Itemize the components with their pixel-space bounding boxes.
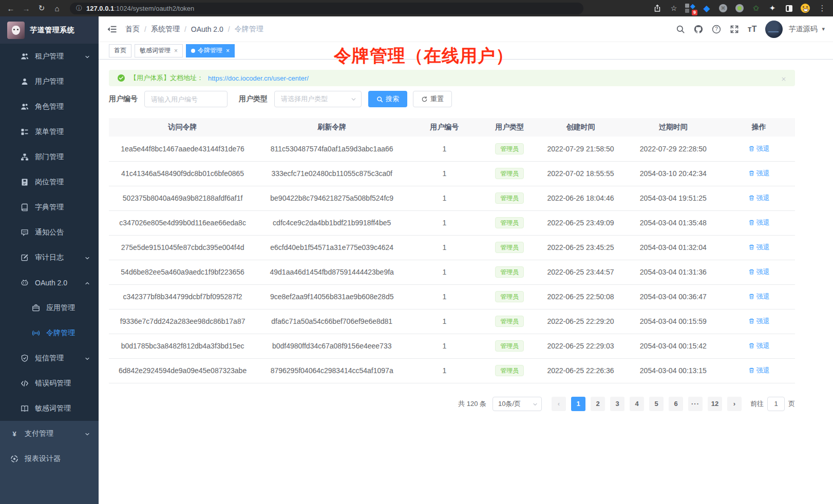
user-id-cell: 1: [407, 186, 481, 210]
emoji-avatar[interactable]: [800, 3, 810, 13]
page-size-select[interactable]: 10条/页: [493, 397, 542, 411]
font-size-icon[interactable]: тT: [748, 25, 757, 34]
sidebar-item-sensitive[interactable]: 敏感词管理: [0, 396, 99, 421]
tab-home[interactable]: 首页: [109, 44, 131, 57]
expire-time-cell: 2054-03-04 00:15:42: [623, 334, 723, 358]
force-logout-button[interactable]: 强退: [748, 366, 770, 375]
column-header: 刷新令牌: [256, 118, 407, 137]
force-logout-button[interactable]: 强退: [748, 317, 770, 326]
extensions-icon[interactable]: ◆ 9: [685, 3, 695, 13]
page-button-3[interactable]: 3: [610, 397, 624, 411]
created-time-cell: 2022-06-26 18:04:46: [538, 186, 623, 210]
force-logout-button[interactable]: 强退: [748, 144, 770, 153]
page-button-4[interactable]: 4: [630, 397, 644, 411]
tab-sensitive[interactable]: 敏感词管理×: [135, 44, 183, 57]
breadcrumb-system[interactable]: 系统管理: [151, 25, 180, 34]
sidebar-item-dept[interactable]: 部门管理: [0, 144, 99, 169]
force-logout-button[interactable]: 强退: [748, 292, 770, 301]
help-icon[interactable]: ?: [712, 25, 721, 34]
report-icon: [10, 455, 18, 463]
user-avatar[interactable]: [765, 21, 783, 38]
sidebar-item-sms[interactable]: 短信管理: [0, 345, 99, 371]
fullscreen-icon[interactable]: [730, 25, 739, 34]
share-icon[interactable]: [652, 3, 662, 13]
sidebar-menu: 租户管理用户管理角色管理菜单管理部门管理岗位管理字典管理通知公告审计日志OAut…: [0, 44, 99, 504]
github-icon[interactable]: [694, 25, 703, 34]
browser-forward-icon[interactable]: →: [21, 4, 32, 13]
next-page-button[interactable]: ›: [727, 397, 742, 411]
people-icon: [21, 52, 29, 61]
reset-button[interactable]: 重置: [413, 91, 452, 107]
briefcase-icon: [32, 304, 40, 312]
sidebar-item-oauth2-token[interactable]: 令牌管理: [0, 320, 99, 345]
tab-close-icon[interactable]: ×: [174, 47, 178, 54]
split-screen-icon[interactable]: [784, 3, 794, 13]
record-extension-icon[interactable]: [734, 3, 745, 13]
user-type-select[interactable]: 请选择用户类型: [274, 91, 362, 107]
table-body: 1ea5e44f8bc1467aaede43144f31de76811c5304…: [109, 137, 795, 383]
bookmark-star-icon[interactable]: ☆: [669, 3, 679, 13]
site-info-icon[interactable]: ⓘ: [76, 4, 82, 13]
tab-label: 敏感词管理: [140, 46, 171, 55]
sidebar-item-audit-log[interactable]: 审计日志: [0, 245, 99, 270]
username[interactable]: 芋道源码: [788, 25, 817, 34]
sidebar-item-pay[interactable]: ¥支付管理: [0, 421, 99, 446]
sidebar-item-tenant[interactable]: 租户管理: [0, 44, 99, 69]
user-type-cell: 管理员: [481, 284, 538, 309]
search-icon[interactable]: [676, 25, 685, 34]
browser-reload-icon[interactable]: ↻: [36, 4, 47, 13]
access-token-cell: b0d1785bc3a8482f812db4a3f3bd15ec: [109, 334, 256, 358]
goto-page-input[interactable]: [767, 397, 785, 411]
user-dropdown-caret-icon[interactable]: ▾: [822, 26, 825, 32]
refresh-token-cell: e6cfd40eb1f54571a31e775e039c4624: [256, 235, 407, 260]
force-logout-button[interactable]: 强退: [748, 169, 770, 178]
force-logout-button[interactable]: 强退: [748, 193, 770, 203]
sidebar-item-role[interactable]: 角色管理: [0, 94, 99, 119]
page-button-2[interactable]: 2: [591, 397, 605, 411]
created-time-cell: 2022-07-29 21:58:50: [538, 137, 623, 161]
green-star-extension-icon[interactable]: ✩: [751, 3, 761, 13]
more-pages-button[interactable]: ···: [688, 397, 703, 411]
sidebar-item-report[interactable]: 报表设计器: [0, 446, 99, 471]
breadcrumb-oauth[interactable]: OAuth 2.0: [191, 25, 223, 33]
page-button-1[interactable]: 1: [571, 397, 585, 411]
browser-home-icon[interactable]: ⌂: [51, 4, 63, 13]
sidebar-item-post[interactable]: 岗位管理: [0, 169, 99, 195]
expire-time-cell: 2054-03-10 20:42:34: [623, 161, 723, 186]
prev-page-button[interactable]: ‹: [552, 397, 566, 411]
sidebar-item-notice[interactable]: 通知公告: [0, 220, 99, 245]
sidebar-item-oauth2[interactable]: OAuth 2.0: [0, 270, 99, 295]
browser-menu-icon[interactable]: ⋮: [817, 4, 828, 13]
command-extension-icon[interactable]: ⌘: [718, 3, 728, 13]
page-button-12[interactable]: 12: [708, 397, 722, 411]
access-token-cell: 1ea5e44f8bc1467aaede43144f31de76: [109, 137, 256, 161]
address-bar[interactable]: ⓘ 127.0.0.1:1024/system/oauth2/token: [70, 3, 583, 14]
browser-back-icon[interactable]: ←: [5, 4, 16, 13]
sidebar-item-menu[interactable]: 菜单管理: [0, 119, 99, 144]
sidebar-item-oauth2-app[interactable]: 应用管理: [0, 295, 99, 320]
force-logout-button[interactable]: 强退: [748, 243, 770, 252]
breadcrumb-home[interactable]: 首页: [125, 25, 140, 34]
pinwheel-extension-icon[interactable]: ✦: [767, 3, 778, 13]
app-logo[interactable]: 芋道管理系统: [0, 16, 99, 44]
tab-close-icon[interactable]: ×: [226, 47, 230, 54]
gem-extension-icon[interactable]: ◆: [702, 3, 712, 13]
sidebar-item-user[interactable]: 用户管理: [0, 69, 99, 94]
sidebar-item-errcode[interactable]: 错误码管理: [0, 371, 99, 396]
person-icon: [21, 77, 29, 86]
page-button-5[interactable]: 5: [649, 397, 664, 411]
doc-link[interactable]: https://doc.iocoder.cn/user-center/: [208, 74, 309, 82]
sidebar-item-label: 通知公告: [35, 228, 64, 237]
sidebar-item-dict[interactable]: 字典管理: [0, 195, 99, 220]
force-logout-button[interactable]: 强退: [748, 267, 770, 277]
tab-token[interactable]: 令牌管理×: [186, 44, 235, 57]
force-logout-button[interactable]: 强退: [748, 341, 770, 351]
alert-close-icon[interactable]: [781, 75, 787, 81]
user-id-input[interactable]: [144, 91, 228, 107]
force-logout-button[interactable]: 强退: [748, 218, 770, 227]
page-button-6[interactable]: 6: [669, 397, 683, 411]
sidebar-fold-icon[interactable]: [107, 24, 117, 34]
table-row: 275e5de9151045fe87cbdc395e004f4de6cfd40e…: [109, 235, 795, 260]
search-button[interactable]: 搜索: [368, 91, 407, 107]
expire-time-cell: 2054-03-04 01:31:36: [623, 260, 723, 284]
